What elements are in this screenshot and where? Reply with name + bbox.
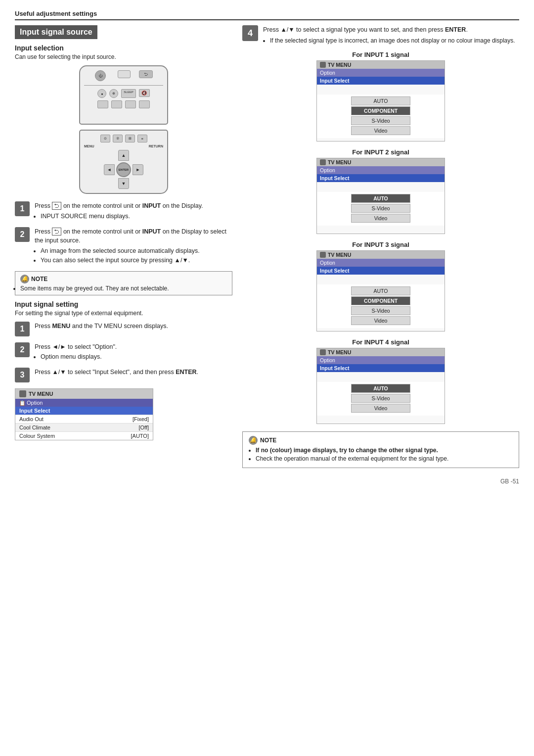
tv-menu-input2-option: Option [317, 166, 445, 174]
sleep-btn-icon: SLEEP [121, 89, 135, 98]
nav-down-icon: ▼ [118, 178, 129, 189]
signal-btn-area-input3: AUTO COMPONENT S-Video Video [317, 284, 445, 328]
input3-signal-title: For INPUT 3 signal [242, 241, 519, 248]
nav-up-icon: ▲ [118, 150, 129, 161]
tv-menu-input2-select: Input Select [317, 174, 445, 182]
btn-svideo-input4: S-Video [351, 394, 410, 403]
tv-menu-option-row: 📋 Option [15, 399, 153, 407]
tv-menu-item-colour: Colour System [AUTO] [15, 431, 153, 440]
r-btn-1 [97, 100, 108, 108]
btn-auto-input1: AUTO [351, 96, 410, 105]
step-s1-number: 1 [15, 322, 30, 336]
menu-icon-input4 [320, 349, 326, 355]
note-icon-2: 🔔 [249, 436, 258, 445]
btn-svideo-input1: S-Video [351, 116, 410, 125]
tv-menu-input2-header: TV MENU [317, 158, 445, 166]
step-2-block: 2 Press ⮌ on the remote control unit or … [15, 227, 232, 265]
r-icon-3: ⊞ [125, 135, 135, 142]
nav-right-icon: ► [133, 164, 143, 175]
step-1-number: 1 [15, 201, 30, 216]
tv-menu-input4-select: Input Select [317, 364, 445, 372]
input-signal-setting-title: Input signal setting [15, 300, 232, 308]
r-btn-4 [139, 100, 150, 108]
nav-cluster: ▲ ◄ ENTER ► ▼ [104, 150, 143, 189]
step-s2-content: Press ◄/► to select "Option". Option men… [35, 342, 117, 362]
input-signal-setting-desc: For setting the signal type of external … [15, 310, 232, 317]
tv-menu-select-row: Input Select [15, 407, 153, 415]
note-box-1: 🔔 NOTE Some items may be greyed out. The… [15, 271, 232, 295]
page-header: Useful adjustment settings [15, 10, 519, 20]
tv-menu-input3-header: TV MENU [317, 251, 445, 259]
menu-icon-input2 [320, 159, 326, 165]
input2-signal-title: For INPUT 2 signal [242, 148, 519, 156]
btn-component-input1: COMPONENT [351, 106, 410, 115]
note2-item-2: Check the operation manual of the extern… [256, 455, 513, 462]
note2-title: 🔔 NOTE [249, 436, 513, 445]
input-selection-subsection: Input selection Can use for selecting th… [15, 44, 232, 60]
step-s2-block: 2 Press ◄/► to select "Option". Option m… [15, 342, 232, 362]
btn-video-input2: Video [351, 214, 410, 223]
tv-menu-item-audio: Audio Out [Fixed] [15, 415, 153, 423]
input1-signal-section: For INPUT 1 signal TV MENU Option Input … [242, 51, 519, 142]
menu-label: MENU [84, 144, 94, 148]
input4-signal-section: For INPUT 4 signal TV MENU Option Input … [242, 338, 519, 424]
r-icon-2: ② [113, 135, 123, 142]
input-btn-icon: ⮌ [139, 70, 153, 78]
step4-block: 4 Press ▲/▼ to select a signal type you … [242, 25, 519, 45]
btn-auto-input2: AUTO [351, 194, 410, 203]
btn-video-input1: Video [351, 126, 410, 135]
note-icon-1: 🔔 [20, 275, 29, 284]
btn-svideo-input3: S-Video [351, 306, 410, 315]
r-btn-2 [111, 100, 122, 108]
tv-menu-input1-option: Option [317, 69, 445, 77]
remote-top: ⏻ ⮌ ● ⊕ SLEEP 🔇 [79, 65, 168, 125]
left-column: Input signal source Input selection Can … [15, 25, 232, 485]
tv-menu-input1-header: TV MENU [317, 61, 445, 69]
step-s1-content: Press MENU and the TV MENU screen displa… [35, 322, 168, 331]
nav-enter-icon: ENTER [116, 162, 131, 177]
step-s3-number: 3 [15, 368, 30, 382]
remote-illustrations: ⏻ ⮌ ● ⊕ SLEEP 🔇 [15, 65, 232, 194]
step-2-number: 2 [15, 227, 30, 242]
mute-icon: 🔇 [139, 89, 150, 97]
tv-menu-input3-option: Option [317, 259, 445, 267]
btn-svideo-input2: S-Video [351, 204, 410, 213]
signal-btn-area-input2: AUTO S-Video Video [317, 192, 445, 226]
tv-menu-step3-header: TV MENU [15, 389, 153, 399]
section-title: Input signal source [15, 25, 97, 39]
tv-menu-item-cool: Cool Climate [Off] [15, 423, 153, 431]
note2-item-1: If no (colour) image displays, try to ch… [256, 447, 513, 454]
tv-menu-input4: TV MENU Option Input Select AUTO S-Video… [316, 348, 445, 424]
note1-item: Some items may be greyed out. They are n… [20, 285, 227, 292]
tv-menu-input4-option: Option [317, 356, 445, 364]
step-2-content: Press ⮌ on the remote control unit or IN… [35, 227, 232, 265]
tv-menu-input2-blank [317, 182, 445, 192]
signal-btn-area-input4: AUTO S-Video Video [317, 382, 445, 416]
tv-menu-input4-header: TV MENU [317, 348, 445, 356]
btn-component-input3: COMPONENT [351, 296, 410, 305]
note-box-2: 🔔 NOTE If no (colour) image displays, tr… [242, 431, 519, 468]
tv-menu-input3: TV MENU Option Input Select AUTO COMPONE… [316, 250, 445, 331]
signal-btn-area-input1: AUTO COMPONENT S-Video Video [317, 94, 445, 138]
return-label: RETURN [149, 144, 163, 148]
menu-icon-step3 [19, 390, 26, 397]
tv-menu-input1: TV MENU Option Input Select AUTO COMPONE… [316, 60, 445, 142]
tv-menu-step3: TV MENU 📋 Option Input Select Audio Out … [15, 388, 153, 440]
input3-signal-section: For INPUT 3 signal TV MENU Option Input … [242, 241, 519, 331]
page-number: GB -51 [242, 478, 519, 485]
input-selection-title: Input selection [15, 44, 232, 52]
step-s3-block: 3 Press ▲/▼ to select "Input Select", an… [15, 368, 232, 382]
step-s3-content: Press ▲/▼ to select "Input Select", and … [35, 368, 198, 377]
step-1-block: 1 Press ⮌ on the remote control unit or … [15, 201, 232, 221]
btn-auto-input3: AUTO [351, 286, 410, 295]
tv-menu-input4-blank [317, 372, 445, 382]
btn-video-input4: Video [351, 404, 410, 413]
step4-number: 4 [242, 25, 258, 41]
input1-signal-title: For INPUT 1 signal [242, 51, 519, 58]
step4-content: Press ▲/▼ to select a signal type you wa… [263, 25, 515, 45]
nav-left-icon: ◄ [104, 164, 115, 175]
step-s1-block: 1 Press MENU and the TV MENU screen disp… [15, 322, 232, 336]
step-s2-number: 2 [15, 342, 30, 357]
menu-icon-input3 [320, 252, 326, 258]
remote-bottom: ⊙ ② ⊞ ≡ MENU RETURN ▲ ◄ ENTER ► ▼ [79, 130, 168, 194]
